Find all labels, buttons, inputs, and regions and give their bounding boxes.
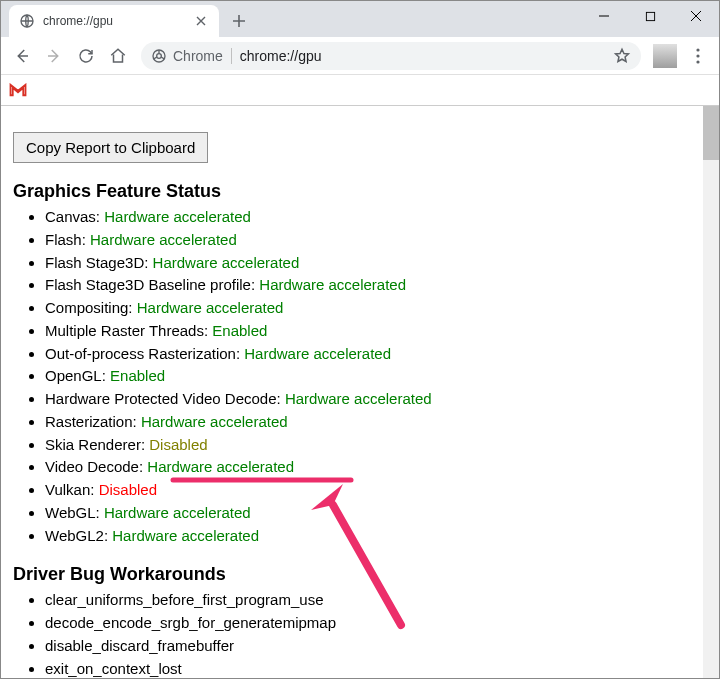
home-button[interactable] xyxy=(103,41,133,71)
close-icon[interactable] xyxy=(193,13,209,29)
feature-row: Canvas: Hardware accelerated xyxy=(45,206,703,228)
workaround-item: exit_on_context_lost xyxy=(45,658,703,679)
window-titlebar: chrome://gpu xyxy=(1,1,719,37)
url-text: chrome://gpu xyxy=(240,48,322,64)
feature-value: Hardware accelerated xyxy=(137,299,284,316)
bookmarks-bar xyxy=(1,75,719,105)
feature-value: Hardware accelerated xyxy=(153,254,300,271)
back-button[interactable] xyxy=(7,41,37,71)
feature-row: WebGL: Hardware accelerated xyxy=(45,502,703,524)
profile-avatar[interactable] xyxy=(653,44,677,68)
scrollbar-track[interactable] xyxy=(703,106,719,678)
feature-label: Flash Stage3D Baseline profile: xyxy=(45,276,259,293)
window-controls xyxy=(581,1,719,31)
svg-point-6 xyxy=(696,60,699,63)
feature-label: Video Decode: xyxy=(45,458,147,475)
feature-row: Out-of-process Rasterization: Hardware a… xyxy=(45,343,703,365)
feature-label: Skia Renderer: xyxy=(45,436,149,453)
feature-row: Multiple Raster Threads: Enabled xyxy=(45,320,703,342)
feature-row: WebGL2: Hardware accelerated xyxy=(45,525,703,547)
feature-row: Video Decode: Hardware accelerated xyxy=(45,456,703,478)
feature-value: Hardware accelerated xyxy=(285,390,432,407)
maximize-button[interactable] xyxy=(627,1,673,31)
feature-row: Skia Renderer: Disabled xyxy=(45,434,703,456)
svg-point-5 xyxy=(696,54,699,57)
new-tab-button[interactable] xyxy=(225,7,253,35)
feature-label: Hardware Protected Video Decode: xyxy=(45,390,285,407)
feature-label: Rasterization: xyxy=(45,413,141,430)
content-viewport: Copy Report to Clipboard Graphics Featur… xyxy=(1,105,719,678)
copy-report-button[interactable]: Copy Report to Clipboard xyxy=(13,132,208,163)
minimize-button[interactable] xyxy=(581,1,627,31)
feature-label: WebGL: xyxy=(45,504,104,521)
feature-value: Hardware accelerated xyxy=(112,527,259,544)
svg-point-3 xyxy=(157,53,162,58)
feature-value: Hardware accelerated xyxy=(90,231,237,248)
feature-value: Hardware accelerated xyxy=(141,413,288,430)
bookmark-star-icon[interactable] xyxy=(613,47,631,65)
reload-button[interactable] xyxy=(71,41,101,71)
heading-driver-workarounds: Driver Bug Workarounds xyxy=(13,564,703,585)
gmail-bookmark-icon[interactable] xyxy=(9,81,27,99)
feature-value: Enabled xyxy=(110,367,165,384)
svg-rect-1 xyxy=(646,12,654,20)
feature-value: Hardware accelerated xyxy=(244,345,391,362)
feature-label: OpenGL: xyxy=(45,367,110,384)
feature-label: Flash: xyxy=(45,231,90,248)
feature-label: Canvas: xyxy=(45,208,104,225)
svg-point-4 xyxy=(696,48,699,51)
feature-row: Flash: Hardware accelerated xyxy=(45,229,703,251)
feature-value: Disabled xyxy=(149,436,207,453)
feature-row: Compositing: Hardware accelerated xyxy=(45,297,703,319)
workaround-item: decode_encode_srgb_for_generatemipmap xyxy=(45,612,703,634)
separator xyxy=(231,48,232,64)
workaround-item: disable_discard_framebuffer xyxy=(45,635,703,657)
window-close-button[interactable] xyxy=(673,1,719,31)
feature-row: OpenGL: Enabled xyxy=(45,365,703,387)
workarounds-list: clear_uniforms_before_first_program_used… xyxy=(17,589,703,678)
browser-toolbar: Chrome chrome://gpu xyxy=(1,37,719,75)
feature-value: Disabled xyxy=(99,481,157,498)
feature-row: Rasterization: Hardware accelerated xyxy=(45,411,703,433)
feature-row: Vulkan: Disabled xyxy=(45,479,703,501)
feature-label: WebGL2: xyxy=(45,527,112,544)
features-list: Canvas: Hardware acceleratedFlash: Hardw… xyxy=(17,206,703,546)
feature-value: Enabled xyxy=(212,322,267,339)
heading-graphics-status: Graphics Feature Status xyxy=(13,181,703,202)
kebab-menu-icon[interactable] xyxy=(683,41,713,71)
address-bar[interactable]: Chrome chrome://gpu xyxy=(141,42,641,70)
feature-label: Flash Stage3D: xyxy=(45,254,153,271)
feature-row: Hardware Protected Video Decode: Hardwar… xyxy=(45,388,703,410)
browser-tab[interactable]: chrome://gpu xyxy=(9,5,219,37)
feature-label: Out-of-process Rasterization: xyxy=(45,345,244,362)
feature-label: Vulkan: xyxy=(45,481,99,498)
feature-value: Hardware accelerated xyxy=(147,458,294,475)
chrome-chip-label: Chrome xyxy=(173,48,223,64)
feature-row: Flash Stage3D Baseline profile: Hardware… xyxy=(45,274,703,296)
workaround-item: clear_uniforms_before_first_program_use xyxy=(45,589,703,611)
chrome-chip: Chrome xyxy=(151,48,223,64)
feature-label: Multiple Raster Threads: xyxy=(45,322,212,339)
feature-value: Hardware accelerated xyxy=(104,208,251,225)
page-content: Copy Report to Clipboard Graphics Featur… xyxy=(1,106,703,678)
scrollbar-thumb[interactable] xyxy=(703,106,719,160)
forward-button[interactable] xyxy=(39,41,69,71)
globe-icon xyxy=(19,13,35,29)
feature-row: Flash Stage3D: Hardware accelerated xyxy=(45,252,703,274)
feature-value: Hardware accelerated xyxy=(259,276,406,293)
feature-label: Compositing: xyxy=(45,299,137,316)
tab-title: chrome://gpu xyxy=(43,14,187,28)
feature-value: Hardware accelerated xyxy=(104,504,251,521)
